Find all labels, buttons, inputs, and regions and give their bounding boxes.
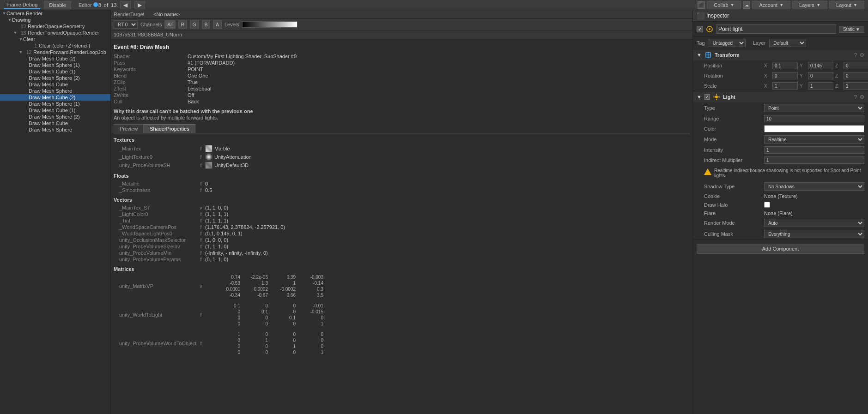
add-component-button[interactable]: Add Component [697,244,864,254]
light-header[interactable]: ▼ ✓ Light ? ⚙ [693,91,868,102]
tree-item-clear-fn[interactable]: 1 Clear (color+Z+stencil) [0,42,110,49]
vec-val: (1, 1, 1, 0) [205,244,228,249]
collab-button[interactable]: Collab ▼ [707,1,741,9]
tree-item-drawing[interactable]: ▼ Drawing [0,17,110,23]
light-gear-icon[interactable]: ⚙ [860,94,864,100]
float-key: _Metallic [114,181,197,186]
blend-value: One One [188,73,208,78]
tree-item-render-opaque[interactable]: 13 RenderOpaqueGeometry [0,23,110,30]
mat-key: unity_ProbeVolumeWorldToObject [114,341,197,346]
tree-item-draw-sphere-6[interactable]: Draw Mesh Sphere [0,126,110,133]
scl-z-input[interactable] [844,82,868,90]
channel-g-btn[interactable]: G [190,20,199,29]
levels-bar[interactable] [242,21,297,28]
tree-label: RenderForward.RenderLoopJob [33,49,106,55]
rot-y-input[interactable] [808,72,833,79]
light-toggle-icon: ▼ [697,94,702,100]
light-intensity-input[interactable] [764,146,864,154]
tree-item-draw-sphere-1[interactable]: Draw Mesh Sphere (1) [0,62,110,68]
tree-item-camera-render[interactable]: ▼ Camera.Render [0,10,110,17]
scl-z-label: Z [835,84,842,89]
layout-button[interactable]: Layout ▼ [829,1,864,9]
pos-z-input[interactable] [844,62,868,69]
culling-mask-select[interactable]: Everything Nothing [764,230,864,238]
tree-item-draw-cube-4[interactable]: Draw Mesh Cube (2) [0,94,110,101]
light-mode-select[interactable]: Realtime Mixed Baked [764,135,864,144]
pos-x-input[interactable] [772,62,798,69]
light-color-swatch[interactable] [764,125,864,132]
static-button[interactable]: Static ▼ [839,26,864,33]
scl-x-input[interactable] [772,82,798,90]
tree-item-render-forward-opaque[interactable]: ▼ 13 RenderForwardOpaque.Render [0,30,110,36]
transform-section: ▼ Transform ? ⚙ Position X Y [693,49,868,91]
layers-button[interactable]: Layers ▼ [792,1,827,9]
matrix-cell: 0 [214,315,242,321]
layer-select[interactable]: Default [769,39,806,47]
tree-item-draw-cube-1[interactable]: Draw Mesh Cube (2) [0,55,110,62]
account-button[interactable]: Account ▼ [752,1,790,9]
go-name-input[interactable] [716,24,836,34]
ztest-value: LessEqual [188,86,211,91]
tree-label: Draw Mesh Sphere (2) [29,114,80,120]
tree-label: Draw Mesh Cube [29,120,68,126]
light-enable-checkbox[interactable]: ✓ [704,94,710,100]
transform-help-icon[interactable]: ? [854,52,857,58]
light-indirect-input[interactable] [764,156,864,164]
channel-a-btn[interactable]: A [213,20,222,29]
channel-b-btn[interactable]: B [202,20,211,29]
channel-r-btn[interactable]: R [178,20,187,29]
draw-halo-checkbox[interactable] [764,202,770,208]
tab-preview[interactable]: Preview [114,124,144,133]
tree-item-draw-sphere-3[interactable]: Draw Mesh Sphere [0,88,110,94]
tree-item-draw-sphere-2[interactable]: Draw Mesh Sphere (2) [0,75,110,81]
matrix-block-unity_ProbeVolumeWorldToObject: unity_ProbeVolumeWorldToObject f 1000010… [114,331,690,356]
vec-val: (1, 0, 0, 0) [205,237,228,243]
tree-count: 1 [29,43,37,48]
frame-debug-tab[interactable]: Frame Debug [4,1,40,9]
draw-halo-row: Draw Halo [693,200,868,209]
shadow-type-label: Shadow Type [704,184,764,189]
vectors-list: _MainTex_ST v (1, 1, 0, 0) _LightColor0 … [114,204,690,263]
matrix-cell: 0 [242,303,270,309]
tree-item-render-loop[interactable]: ▼ 12 RenderForward.RenderLoopJob [0,49,110,55]
rot-y-label: Y [800,73,806,78]
tree-item-draw-sphere-4[interactable]: Draw Mesh Sphere (1) [0,101,110,107]
tab-shaderproperties[interactable]: ShaderProperties [144,124,195,133]
levels-label: Levels [225,22,239,27]
rt-select[interactable]: RT 0 [114,20,138,29]
scl-y-input[interactable] [808,82,833,90]
vec-key: _WorldSpaceLightPos0 [114,231,197,236]
tex-type: f [197,154,205,160]
disable-button[interactable]: Disable [44,1,71,9]
matrix-cell: 0 [270,331,297,337]
vec-type: f [197,237,205,243]
tree-label: Draw Mesh Sphere (1) [29,101,80,107]
channel-all-btn[interactable]: All [164,20,175,29]
float-row-_Metallic: _Metallic f 0 [114,180,690,187]
rot-z-input[interactable] [844,72,868,79]
float-val: 0.5 [205,187,212,193]
resolution-bar: 1097x531 R8G8B8A8_UNorm [111,30,692,39]
render-mode-select[interactable]: Auto Important Not Important [764,219,864,227]
pos-y-input[interactable] [808,62,833,69]
light-help-icon[interactable]: ? [854,94,857,100]
tag-select[interactable]: Untagged [709,39,746,47]
tree-item-draw-sphere-5[interactable]: Draw Mesh Sphere (2) [0,114,110,120]
next-button[interactable]: ▶ [134,1,145,9]
light-range-input[interactable] [764,115,864,122]
tree-item-draw-cube-3[interactable]: Draw Mesh Cube [0,81,110,88]
tree-item-clear[interactable]: ▼ Clear [0,36,110,42]
shadow-type-select[interactable]: No Shadows Hard Shadows Soft Shadows [764,182,864,191]
transform-gear-icon[interactable]: ⚙ [860,52,864,58]
rot-x-input[interactable] [772,72,798,79]
vec-type: f [197,250,205,256]
tree-item-draw-cube-5[interactable]: Draw Mesh Cube (1) [0,107,110,114]
light-intensity-row: Intensity [693,145,868,155]
tree-item-draw-cube-2[interactable]: Draw Mesh Cube (1) [0,68,110,75]
prev-button[interactable]: ◀ [120,1,131,9]
transform-header[interactable]: ▼ Transform ? ⚙ [693,49,868,60]
light-type-select[interactable]: Point Spot Directional Area [764,104,864,112]
go-enable-checkbox[interactable]: ✓ [697,26,703,32]
tex-val: UnityDefault3D [214,162,249,168]
tree-item-draw-cube-6[interactable]: Draw Mesh Cube [0,120,110,126]
